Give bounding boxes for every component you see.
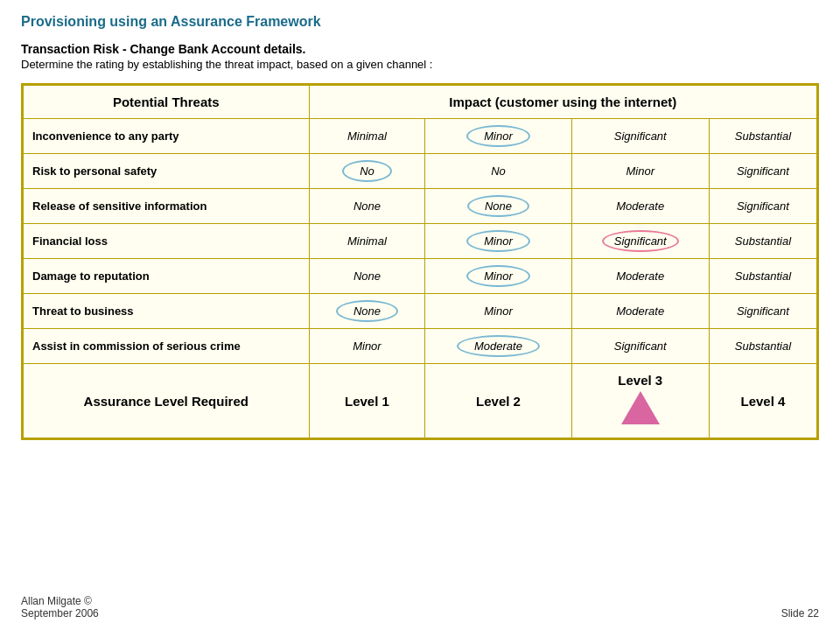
level4-cell: Significant: [709, 154, 816, 189]
footer-copyright: Allan Milgate © September 2006: [21, 595, 99, 620]
level2-cell: Minor: [425, 294, 571, 329]
threats-column-header: Potential Threats: [24, 86, 310, 119]
level3-cell: Significant: [571, 119, 709, 154]
risk-table: Potential Threats Impact (customer using…: [23, 85, 817, 438]
level2-footer: Level 2: [425, 364, 571, 438]
table-row: Damage to reputationNoneMinorModerateSub…: [24, 259, 817, 294]
table-row: Inconvenience to any partyMinimalMinorSi…: [24, 119, 817, 154]
threat-cell: Release of sensitive information: [24, 189, 310, 224]
table-row: Assist in commission of serious crimeMin…: [24, 329, 817, 364]
level3-cell: Moderate: [571, 294, 709, 329]
subtitle: Transaction Risk - Change Bank Account d…: [21, 42, 819, 56]
level2-cell: No: [425, 154, 571, 189]
level3-cell: Moderate: [571, 189, 709, 224]
level4-cell: Substantial: [709, 329, 816, 364]
level1-cell: None: [309, 189, 425, 224]
page-header-title: Provisioning using an Assurance Framewor…: [21, 14, 819, 30]
threat-cell: Damage to reputation: [24, 259, 310, 294]
level2-cell: Minor: [425, 224, 571, 259]
table-row: Release of sensitive informationNoneNone…: [24, 189, 817, 224]
level1-cell: None: [309, 294, 425, 329]
level1-cell: Minor: [309, 329, 425, 364]
threat-cell: Financial loss: [24, 224, 310, 259]
level3-cell: Significant: [571, 329, 709, 364]
level4-cell: Substantial: [709, 224, 816, 259]
level3-footer: Level 3: [571, 364, 709, 438]
threat-cell: Threat to business: [24, 294, 310, 329]
level3-cell: Minor: [571, 154, 709, 189]
level3-cell: Moderate: [571, 259, 709, 294]
arrow-up-icon: [621, 391, 660, 424]
description: Determine the rating by establishing the…: [21, 58, 819, 71]
level4-footer: Level 4: [709, 364, 816, 438]
level1-cell: Minimal: [309, 224, 425, 259]
table-row: Threat to businessNoneMinorModerateSigni…: [24, 294, 817, 329]
level4-cell: Substantial: [709, 119, 816, 154]
impact-column-header: Impact (customer using the internet): [309, 86, 816, 119]
threat-cell: Risk to personal safety: [24, 154, 310, 189]
level2-cell: Minor: [425, 119, 571, 154]
level1-cell: None: [309, 259, 425, 294]
assurance-level-label: Assurance Level Required: [24, 364, 310, 438]
level1-cell: Minimal: [309, 119, 425, 154]
table-row: Financial lossMinimalMinorSignificantSub…: [24, 224, 817, 259]
main-table-wrapper: Potential Threats Impact (customer using…: [21, 83, 819, 440]
slide-number: Slide 22: [781, 607, 819, 620]
level1-cell: No: [309, 154, 425, 189]
level1-footer: Level 1: [309, 364, 425, 438]
level2-cell: Minor: [425, 259, 571, 294]
table-row: Risk to personal safetyNoNoMinorSignific…: [24, 154, 817, 189]
threat-cell: Inconvenience to any party: [24, 119, 310, 154]
level4-cell: Significant: [709, 189, 816, 224]
level3-arrow: [579, 388, 702, 429]
level2-cell: Moderate: [425, 329, 571, 364]
level2-cell: None: [425, 189, 571, 224]
level4-cell: Significant: [709, 294, 816, 329]
threat-cell: Assist in commission of serious crime: [24, 329, 310, 364]
page-container: Provisioning using an Assurance Framewor…: [0, 0, 840, 630]
level4-cell: Substantial: [709, 259, 816, 294]
level3-cell: Significant: [571, 224, 709, 259]
